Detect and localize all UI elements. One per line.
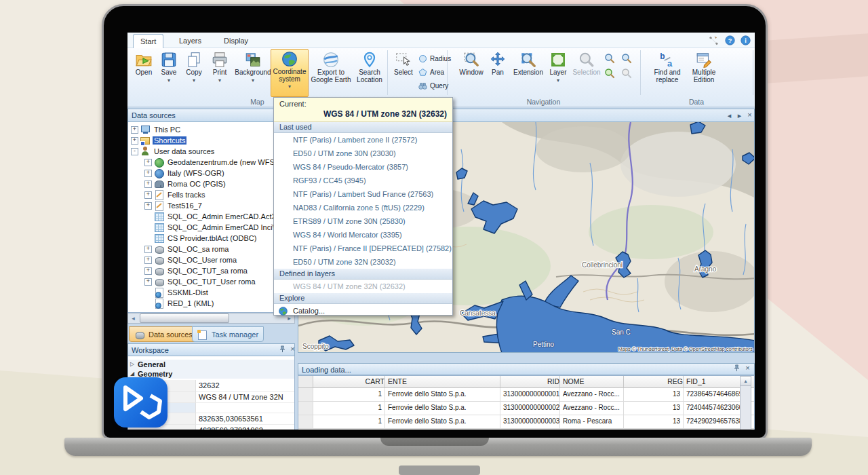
crs-menu-item[interactable]: NTF (Paris) / France II [DEPRECATED] (27… (274, 242, 452, 255)
crs-catalog-item[interactable]: Catalog... (274, 304, 452, 318)
open-button[interactable]: Open (132, 50, 155, 96)
zoom-in-icon[interactable] (604, 53, 616, 64)
tree-expander-icon[interactable]: + (144, 159, 152, 166)
workspace-group-general[interactable]: ▷General (128, 360, 294, 369)
crs-menu-item[interactable]: WGS 84 / World Mercator (3395) (274, 228, 452, 242)
crs-menu-item[interactable]: RGF93 / CC45 (3945) (274, 174, 452, 187)
tab-scroll-right-icon[interactable]: ▸ (735, 111, 744, 120)
tree-item[interactable]: SSKML-Dist (128, 287, 294, 298)
bottom-tab-task-manager[interactable]: Task manager (192, 326, 264, 342)
close-icon[interactable]: × (745, 111, 754, 119)
column-header-ente[interactable]: ENTE (385, 376, 500, 387)
row-selector-cell[interactable] (298, 388, 313, 401)
radius-button[interactable]: Radius (418, 53, 451, 64)
chevron-down-icon[interactable]: ▾ (288, 84, 291, 90)
zoom-extension-button[interactable]: Extension (511, 50, 546, 96)
search-location-button[interactable]: Search Location (353, 50, 386, 96)
tab-scroll-left-icon[interactable]: ◂ (725, 111, 734, 120)
tree-expander-icon[interactable]: + (144, 267, 152, 275)
crs-menu-item[interactable]: ETRS89 / UTM zone 30N (25830) (274, 214, 452, 228)
crs-menu-item[interactable]: ED50 / UTM zone 30N (23030) (274, 147, 452, 160)
scroll-left-icon[interactable]: ◂ (128, 315, 138, 322)
pin-icon[interactable] (278, 345, 287, 354)
query-button[interactable]: Query (418, 80, 448, 92)
tree-item[interactable]: SQL_OC_Admin EmerCAD.ActXY (128, 211, 294, 222)
tree-expander-icon[interactable]: + (131, 126, 138, 134)
crs-menu-item[interactable]: ED50 / UTM zone 32N (23032) (274, 255, 452, 269)
tree-expander-icon[interactable]: + (144, 170, 152, 177)
column-header-reg[interactable]: REG (624, 376, 684, 387)
pin-icon[interactable] (732, 364, 741, 373)
tree-item[interactable]: + This PC (128, 124, 294, 135)
close-icon[interactable]: × (743, 364, 752, 373)
tree-expander-icon[interactable]: + (144, 180, 152, 188)
area-button[interactable]: Area (418, 66, 444, 78)
help-icon[interactable] (724, 35, 736, 46)
zoom-out-icon[interactable] (621, 53, 633, 64)
tab-start[interactable]: Start (133, 34, 163, 49)
info-icon[interactable] (740, 35, 751, 46)
coordinate-system-button[interactable]: Coordinate system▾ (271, 49, 309, 97)
tree-item[interactable]: SQL_OC_Admin EmerCAD InciW (128, 222, 294, 233)
column-header-cart[interactable]: CART (313, 376, 385, 387)
table-vertical-scrollbar[interactable]: ▴ (740, 376, 751, 430)
select-button[interactable]: Select (390, 50, 417, 96)
tree-item[interactable]: + Test516_7 (128, 200, 294, 211)
tree-item[interactable]: + SQL_OC_sa roma (128, 244, 294, 254)
print-button[interactable]: Print▾ (208, 50, 232, 96)
chevron-down-icon[interactable]: ▾ (252, 78, 254, 83)
tree-item[interactable]: + Geodatenzentrum.de (new WFS) (128, 157, 294, 168)
tree-expander-icon[interactable]: - (131, 148, 138, 155)
tree-item[interactable]: CS Provider.tblAct (ODBC) (128, 233, 294, 244)
save-button[interactable]: Save▾ (157, 50, 180, 96)
tree-horizontal-scrollbar[interactable]: ◂ ▸ (127, 313, 295, 324)
tree-item[interactable]: + Italy (WFS-OGR) (128, 168, 294, 178)
row-selector-cell[interactable] (298, 415, 313, 428)
background-button[interactable]: Background▾ (234, 50, 272, 96)
tree-item[interactable]: - User data sources (128, 146, 294, 157)
tree-expander-icon[interactable]: + (144, 202, 152, 210)
tree-item[interactable]: + Fells tracks (128, 189, 294, 200)
tree-item[interactable]: + SQL_OC_TUT_User roma (128, 276, 294, 287)
tree-item[interactable]: + Shortcuts (128, 135, 294, 146)
chevron-down-icon[interactable]: ▾ (557, 78, 559, 83)
export-google-earth-button[interactable]: Export to Google Earth (310, 50, 352, 96)
crs-menu-item[interactable]: WGS 84 / Pseudo-Mercator (3857) (274, 160, 452, 174)
chevron-down-icon[interactable]: ▾ (193, 78, 195, 83)
tree-expander-icon[interactable]: + (144, 256, 152, 264)
copy-button[interactable]: Copy▾ (182, 50, 205, 96)
column-header-fid1[interactable]: FID_1 (684, 376, 742, 387)
table-row[interactable]: 1 Ferrovie dello Stato S.p.a. 3130000000… (298, 402, 754, 415)
chevron-down-icon[interactable]: ▾ (218, 78, 221, 83)
row-selector-cell[interactable] (298, 402, 313, 415)
multiple-edition-button[interactable]: Multiple Edition (686, 50, 722, 96)
scroll-up-icon[interactable]: ▴ (741, 377, 751, 386)
zoom-layer-button[interactable]: Layer▾ (547, 50, 570, 96)
customize-tools-icon[interactable] (707, 35, 719, 46)
tree-item[interactable]: + SQL_OC_User roma (128, 254, 294, 265)
zoom-window-button[interactable]: Window (457, 50, 486, 96)
crs-menu-item[interactable]: NTF (Paris) / Lambert Sud France (27563) (274, 187, 452, 201)
bottom-tab-data-sources[interactable]: Data sources (129, 326, 198, 342)
tree-expander-icon[interactable]: + (144, 278, 152, 286)
zoom-previous-icon[interactable] (604, 68, 616, 79)
pan-button[interactable]: Pan (487, 50, 509, 96)
tree-item[interactable]: + SQL_OC_TUT_sa roma (128, 265, 294, 276)
tab-layers[interactable]: Layers (172, 34, 208, 48)
tree-expander-icon[interactable]: + (144, 191, 152, 199)
scrollbar-thumb[interactable] (140, 314, 229, 323)
column-header-rid[interactable]: RID (500, 376, 560, 387)
tree-item[interactable]: + Roma OC (PGIS) (128, 178, 294, 189)
chevron-down-icon[interactable]: ▾ (167, 78, 170, 83)
table-row[interactable]: 1 Ferrovie dello Stato S.p.a. 3130000000… (298, 388, 754, 402)
find-replace-button[interactable]: Find and replace (650, 50, 685, 96)
close-icon[interactable]: × (288, 345, 297, 354)
tree-expander-icon[interactable]: + (144, 246, 152, 253)
table-row[interactable]: 1 Ferrovie dello Stato S.p.a. 3130000000… (298, 415, 754, 429)
crs-menu-item[interactable]: NTF (Paris) / Lambert zone II (27572) (274, 133, 452, 147)
crs-menu-item[interactable]: NAD83 / California zone 5 (ftUS) (2229) (274, 201, 452, 214)
row-selector-header[interactable] (298, 376, 313, 387)
tree-item[interactable]: RED_1 (KML) (128, 298, 294, 309)
tab-display[interactable]: Display (217, 34, 255, 48)
column-header-nome[interactable]: NOME (560, 376, 624, 387)
